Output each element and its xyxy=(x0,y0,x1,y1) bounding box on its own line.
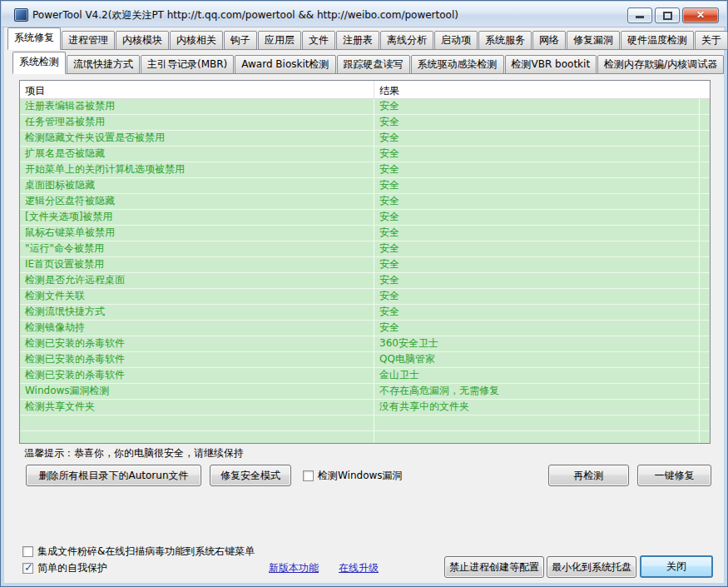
secondary-tab-bar-tab-4[interactable]: 跟踪硬盘读写 xyxy=(337,55,410,74)
table-row[interactable]: [文件夹选项]被禁用安全 xyxy=(20,210,710,226)
row-filler xyxy=(700,368,710,383)
result-cell: 安全 xyxy=(374,194,700,209)
item-cell: 桌面图标被隐藏 xyxy=(20,178,374,193)
item-cell: 检测共享文件夹 xyxy=(20,400,374,415)
minimize-button[interactable] xyxy=(627,7,652,23)
result-cell: 不存在高危漏洞，无需修复 xyxy=(374,384,700,399)
table-row[interactable]: 检测已安装的杀毒软件QQ电脑管家 xyxy=(20,352,710,368)
row-filler xyxy=(700,210,710,225)
table-row[interactable]: 检测文件关联安全 xyxy=(20,289,710,305)
result-cell: 安全 xyxy=(374,289,700,304)
primary-tab-bar-tab-14[interactable]: 关于 xyxy=(695,31,728,50)
table-row[interactable] xyxy=(20,431,710,444)
row-filler xyxy=(700,305,710,320)
row-filler xyxy=(700,400,710,415)
table-row[interactable]: 开始菜单上的关闭计算机选项被禁用安全 xyxy=(20,162,710,178)
result-cell: 安全 xyxy=(374,115,700,130)
check-windows-vuln-checkbox[interactable]: ✓ 检测Windows漏洞 xyxy=(303,469,403,482)
delete-autorun-button[interactable]: 删除所有根目录下的Autorun文件 xyxy=(26,465,201,486)
item-cell: 注册表编辑器被禁用 xyxy=(20,99,374,114)
new-version-link[interactable]: 新版本功能 xyxy=(269,561,319,575)
primary-tab-bar-tab-12[interactable]: 修复漏洞 xyxy=(567,31,620,50)
recheck-button[interactable]: 再检测 xyxy=(548,465,629,486)
table-row[interactable]: 桌面图标被隐藏安全 xyxy=(20,178,710,194)
item-cell: IE首页设置被禁用 xyxy=(20,257,374,272)
primary-tab-bar-tab-13[interactable]: 硬件温度检测 xyxy=(621,31,694,50)
secondary-tab-bar-tab-2[interactable]: 主引导记录(MBR) xyxy=(141,55,234,74)
table-row[interactable]: 逻辑分区盘符被隐藏安全 xyxy=(20,194,710,210)
primary-tab-bar-tab-8[interactable]: 离线分析 xyxy=(380,31,433,50)
primary-tab-bar-tab-1[interactable]: 进程管理 xyxy=(62,31,115,50)
table-row[interactable]: 任务管理器被禁用安全 xyxy=(20,115,710,131)
results-table-header: 项目 结果 xyxy=(20,81,710,99)
primary-tab-bar: 系统修复进程管理内核模块内核相关钩子应用层文件注册表离线分析启动项系统服务网络修… xyxy=(7,28,717,50)
close-icon: ✕ xyxy=(696,9,705,21)
item-cell: 检测流氓快捷方式 xyxy=(20,305,374,320)
secondary-tab-bar-tab-1[interactable]: 流氓快捷方式 xyxy=(67,55,140,74)
primary-tab-bar-tab-10[interactable]: 系统服务 xyxy=(478,31,532,50)
table-row[interactable]: 注册表编辑器被禁用安全 xyxy=(20,99,710,115)
table-row[interactable]: 检测流氓快捷方式安全 xyxy=(20,305,710,321)
row-filler xyxy=(700,384,710,399)
table-row[interactable]: 检测镜像劫持安全 xyxy=(20,321,710,336)
result-cell: 金山卫士 xyxy=(374,368,700,383)
table-row[interactable]: IE首页设置被禁用安全 xyxy=(20,257,710,273)
primary-tab-bar-tab-2[interactable]: 内核模块 xyxy=(116,31,169,50)
item-cell: 检测隐藏文件夹设置是否被禁用 xyxy=(20,131,374,146)
close-window-button[interactable]: ✕ xyxy=(682,7,719,23)
primary-tab-bar-tab-7[interactable]: 注册表 xyxy=(336,31,379,50)
item-cell: 检测是否允许远程桌面 xyxy=(20,273,374,288)
close-app-button[interactable]: 关闭 xyxy=(640,555,713,578)
self-protect-checkbox[interactable]: ✓ 简单的自我保护 xyxy=(22,561,107,575)
row-filler xyxy=(700,321,710,336)
online-upgrade-link[interactable]: 在线升级 xyxy=(339,561,379,575)
primary-tab-bar-tab-0[interactable]: 系统修复 xyxy=(7,27,61,50)
secondary-tab-bar-tab-0[interactable]: 系统检测 xyxy=(12,52,66,74)
primary-tab-bar-tab-4[interactable]: 钩子 xyxy=(224,31,257,50)
secondary-tab-bar-tab-3[interactable]: Award Bioskit检测 xyxy=(235,55,335,74)
primary-tab-bar-tab-11[interactable]: 网络 xyxy=(532,31,566,50)
table-row[interactable]: 扩展名是否被隐藏安全 xyxy=(20,147,710,162)
results-table-body: 注册表编辑器被禁用安全任务管理器被禁用安全检测隐藏文件夹设置是否被禁用安全扩展名… xyxy=(20,99,710,444)
result-cell: 安全 xyxy=(374,273,700,288)
table-row[interactable]: 检测是否允许远程桌面安全 xyxy=(20,273,710,289)
maximize-button[interactable] xyxy=(655,7,680,23)
checkbox-box[interactable]: ✓ xyxy=(22,546,33,557)
integrate-context-menu-checkbox[interactable]: ✓ 集成文件粉碎&在线扫描病毒功能到系统右键菜单 xyxy=(22,545,255,558)
table-row[interactable]: 检测共享文件夹没有共享中的文件夹 xyxy=(20,400,710,415)
secondary-tab-bar-tab-7[interactable]: 检测内存欺骗/内核调试器 xyxy=(597,55,724,74)
table-row[interactable] xyxy=(20,415,710,431)
column-header-result[interactable]: 结果 xyxy=(374,81,710,98)
item-cell xyxy=(20,415,374,430)
one-click-fix-button[interactable]: 一键修复 xyxy=(637,465,711,486)
block-process-config-button[interactable]: 禁止进程创建等配置 xyxy=(444,556,544,578)
primary-tab-bar-tab-6[interactable]: 文件 xyxy=(302,31,335,50)
row-filler xyxy=(700,431,710,444)
primary-tab-bar-tab-5[interactable]: 应用层 xyxy=(258,31,301,50)
secondary-tab-bar-tab-5[interactable]: 系统驱动感染检测 xyxy=(411,55,504,74)
column-header-item[interactable]: 项目 xyxy=(20,81,374,98)
primary-tab-bar-tab-9[interactable]: 启动项 xyxy=(434,31,478,50)
fix-safe-mode-button[interactable]: 修复安全模式 xyxy=(210,465,291,486)
check-icon: ✓ xyxy=(24,561,33,574)
checkbox-box[interactable]: ✓ xyxy=(22,563,33,574)
result-cell: 安全 xyxy=(374,321,700,336)
table-row[interactable]: 检测隐藏文件夹设置是否被禁用安全 xyxy=(20,131,710,147)
table-row[interactable]: 检测已安装的杀毒软件金山卫士 xyxy=(20,368,710,384)
row-filler xyxy=(700,131,710,146)
checkbox-box[interactable]: ✓ xyxy=(303,470,314,481)
item-cell: 检测已安装的杀毒软件 xyxy=(20,336,374,351)
table-row[interactable]: Windows漏洞检测不存在高危漏洞，无需修复 xyxy=(20,384,710,400)
item-cell: "运行"命令被禁用 xyxy=(20,241,374,256)
table-row[interactable]: 检测已安装的杀毒软件360安全卫士 xyxy=(20,336,710,352)
table-row[interactable]: 鼠标右键菜单被禁用安全 xyxy=(20,226,710,241)
minimize-to-tray-button[interactable]: 最小化到系统托盘 xyxy=(547,556,636,578)
table-row[interactable]: "运行"命令被禁用安全 xyxy=(20,241,710,257)
item-cell: 检测已安装的杀毒软件 xyxy=(20,352,374,367)
result-cell: 没有共享中的文件夹 xyxy=(374,400,700,415)
result-cell: 安全 xyxy=(374,226,700,241)
secondary-tab-bar-tab-6[interactable]: 检测VBR bootkit xyxy=(505,55,597,74)
primary-tab-bar-tab-3[interactable]: 内核相关 xyxy=(170,31,223,50)
row-filler xyxy=(700,162,710,177)
item-cell: Windows漏洞检测 xyxy=(20,384,374,399)
